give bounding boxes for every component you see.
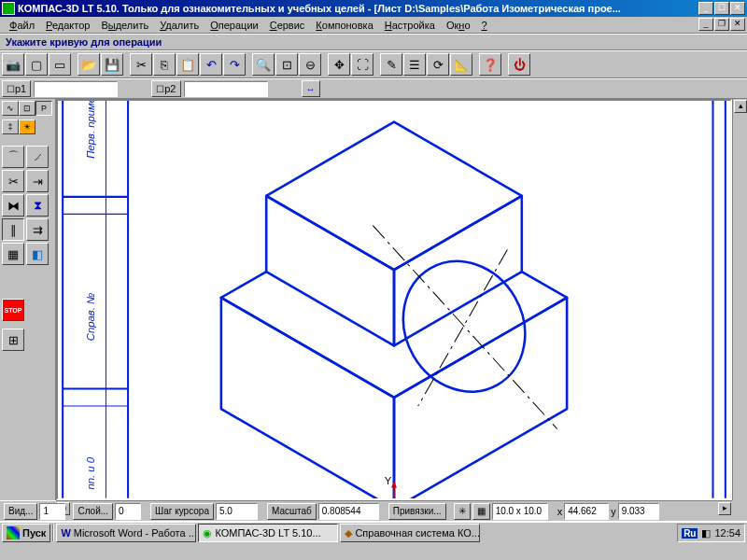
copy-icon[interactable]: ⎘ <box>153 53 176 76</box>
menu-layout[interactable]: Компоновка <box>310 19 378 32</box>
p2-input[interactable] <box>184 81 268 97</box>
mdi-restore-button[interactable]: ❐ <box>714 18 729 31</box>
scale-label[interactable]: Масштаб <box>267 503 317 520</box>
grid-toggle-icon[interactable]: ▦ <box>472 503 490 520</box>
tab-d[interactable]: ☀ <box>19 119 35 134</box>
tool-equidist-icon[interactable]: ∥ <box>2 218 24 241</box>
layer-button[interactable]: Слой... <box>73 503 113 520</box>
properties-icon[interactable]: ☰ <box>403 53 426 76</box>
save-icon[interactable]: 💾 <box>101 53 123 76</box>
menu-select[interactable]: Выделить <box>95 19 154 32</box>
scroll-right-icon[interactable]: ▸ <box>718 502 731 515</box>
pan-icon[interactable]: ✥ <box>328 53 350 76</box>
task-word[interactable]: WMicrosoft Word - Работа ... <box>56 524 196 542</box>
app-icon <box>2 2 15 15</box>
frame-label-top: Перв. приме <box>85 101 96 159</box>
tool-join-icon[interactable]: ⧗ <box>26 194 49 217</box>
menu-delete[interactable]: Удалить <box>154 19 204 32</box>
mdi-close-button[interactable]: ✕ <box>730 18 745 31</box>
zoom-out-icon[interactable]: ⊖ <box>299 53 321 76</box>
step-label[interactable]: Шаг курсора <box>150 503 214 520</box>
menu-operations[interactable]: Операции <box>204 19 263 32</box>
open-icon[interactable]: 📂 <box>78 53 100 76</box>
tool-fillet-icon[interactable]: ⌒ <box>2 146 24 168</box>
paste-icon[interactable]: 📋 <box>176 53 199 76</box>
measure-icon[interactable]: 📐 <box>450 53 472 76</box>
frame-label-mid: Справ. № <box>85 293 96 341</box>
view-button[interactable]: Вид... <box>4 503 37 520</box>
swap-button[interactable]: ↔ <box>302 80 320 97</box>
stop-button[interactable]: STOP <box>2 299 24 321</box>
clock[interactable]: 12:54 <box>714 527 740 539</box>
cut-icon[interactable]: ✂ <box>130 53 152 76</box>
tool-extend-icon[interactable]: ⇥ <box>26 170 49 192</box>
svg-marker-10 <box>266 196 394 345</box>
menu-file[interactable]: Файл <box>4 19 40 32</box>
status-bar: Вид... 1 Слой... 0 Шаг курсора 5.0 Масшт… <box>0 500 747 521</box>
tool-contour-icon[interactable]: ◧ <box>26 243 49 265</box>
start-button[interactable]: Пуск <box>2 524 50 542</box>
mdi-minimize-button[interactable]: _ <box>698 18 713 31</box>
step-field[interactable]: 5.0 <box>216 503 258 520</box>
zoom-in-icon[interactable]: 🔍 <box>252 53 275 76</box>
menu-editor[interactable]: Редактор <box>40 19 95 32</box>
window-title: КОМПАС-3D LT 5.10. Только для ознакомите… <box>18 3 698 14</box>
menu-settings[interactable]: Настройка <box>379 19 441 32</box>
minimize-button[interactable]: _ <box>698 2 713 15</box>
main-toolbar: 📷 ▢ ▭ 📂 💾 ✂ ⎘ 📋 ↶ ↷ 🔍 ⊡ ⊖ ✥ ⛶ ✎ ☰ ⟳ 📐 ❓ … <box>0 50 747 78</box>
kompas-icon: ◉ <box>203 527 212 539</box>
undo-icon[interactable]: ↶ <box>200 53 222 76</box>
snap-toggle-icon[interactable]: ✳ <box>454 503 471 520</box>
drawing-canvas[interactable]: Перв. приме Справ. № пп. и 0 <box>56 99 732 500</box>
svg-marker-12 <box>221 298 394 498</box>
close-button[interactable]: ✕ <box>730 2 745 15</box>
tab-b[interactable]: ⊡ <box>19 101 35 116</box>
tab-c[interactable]: ‡ <box>2 119 19 134</box>
layer-field[interactable]: 0 <box>115 503 141 520</box>
menu-help[interactable]: ? <box>476 19 493 32</box>
title-bar: КОМПАС-3D LT 5.10. Только для ознакомите… <box>0 0 747 17</box>
language-indicator[interactable]: Ru <box>682 528 698 539</box>
fit-icon[interactable]: ⛶ <box>351 53 374 76</box>
exit-icon[interactable]: ⏻ <box>508 53 530 76</box>
tray-icon[interactable]: ◧ <box>701 527 711 539</box>
system-tray: Ru ◧ 12:54 <box>677 524 745 542</box>
menu-service[interactable]: Сервис <box>264 19 311 32</box>
new-doc-icon[interactable]: ▭ <box>49 53 71 76</box>
edit-icon[interactable]: ✎ <box>380 53 402 76</box>
tab-a[interactable]: ∿ <box>2 101 19 116</box>
redo-icon[interactable]: ↷ <box>223 53 246 76</box>
help-icon[interactable]: ❓ <box>479 53 501 76</box>
tool-chamfer-icon[interactable]: ⟋ <box>26 146 49 168</box>
auto-create-button[interactable]: ⊞ <box>2 329 24 351</box>
new-sheet-icon[interactable]: ▢ <box>25 53 48 76</box>
svg-line-15 <box>373 226 557 429</box>
view-field[interactable]: 1 <box>39 503 65 520</box>
scale-field[interactable]: 0.808544 <box>318 503 379 520</box>
tab-p[interactable]: Р <box>35 101 52 116</box>
y-label: y <box>611 506 616 517</box>
property-row: ☐p1 ☐p2 ↔ <box>0 78 747 99</box>
p2-button[interactable]: ☐p2 <box>151 80 180 97</box>
menu-window[interactable]: Окно <box>441 19 476 32</box>
task-help[interactable]: ◆Справочная система КО... <box>340 524 480 542</box>
scroll-up-icon[interactable]: ▴ <box>734 100 747 113</box>
p1-input[interactable] <box>34 81 118 97</box>
refresh-icon[interactable]: ⟳ <box>427 53 449 76</box>
tool-offset-icon[interactable]: ⇉ <box>26 218 49 241</box>
tool-break-icon[interactable]: ⧓ <box>2 194 24 217</box>
snap-button[interactable]: Привязки... <box>388 503 446 520</box>
task-kompas[interactable]: ◉КОМПАС-3D LT 5.10... <box>198 524 338 542</box>
scroll-corner <box>732 500 747 515</box>
tool-trim-icon[interactable]: ✂ <box>2 170 24 192</box>
grid-field[interactable]: 10.0 x 10.0 <box>492 503 548 520</box>
origin-marker: X Y <box>385 475 431 497</box>
main-area: ∿ ⊡ Р ‡ ☀ ⌒ ⟋ ✂ ⇥ ⧓ ⧗ ∥ ⇉ ▦ ◧ STOP ⊞ <box>0 99 747 500</box>
maximize-button[interactable]: ☐ <box>714 2 729 15</box>
p1-button[interactable]: ☐p1 <box>2 80 31 97</box>
vertical-scrollbar[interactable]: ▴ <box>732 99 747 500</box>
tool-hatch-icon[interactable]: ▦ <box>2 243 24 265</box>
svg-marker-9 <box>266 122 522 270</box>
camera-icon[interactable]: 📷 <box>2 53 24 76</box>
zoom-window-icon[interactable]: ⊡ <box>275 53 298 76</box>
